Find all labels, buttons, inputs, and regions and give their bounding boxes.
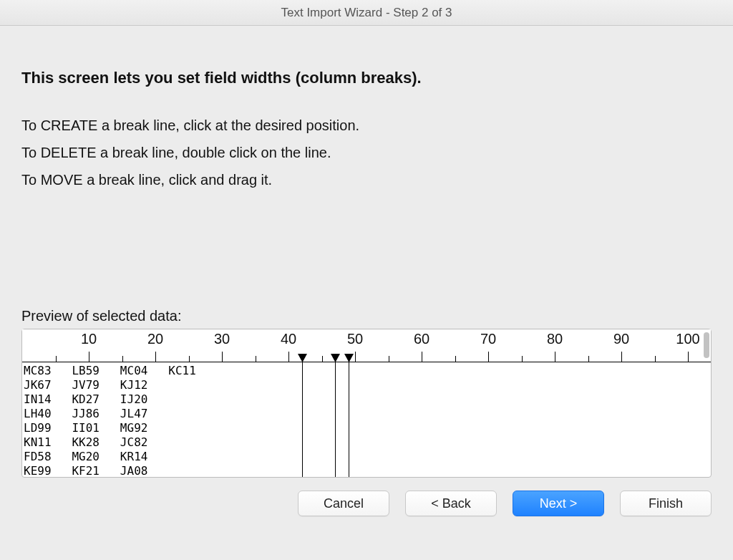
ruler-tick — [588, 356, 589, 362]
instruction-line: To MOVE a break line, click and drag it. — [21, 166, 712, 193]
finish-button[interactable]: Finish — [620, 491, 712, 516]
ruler-number: 40 — [281, 331, 296, 347]
instruction-line: To CREATE a break line, click at the des… — [21, 112, 712, 139]
ruler-tick — [322, 356, 323, 362]
wizard-body: This screen lets you set field widths (c… — [0, 26, 733, 478]
column-break-line[interactable] — [335, 362, 336, 477]
window-title: Text Import Wizard - Step 2 of 3 — [281, 6, 452, 20]
ruler-number: 100 — [676, 331, 699, 347]
ruler-tick — [189, 356, 190, 362]
ruler-tick — [56, 356, 57, 362]
instruction-line: To DELETE a break line, double click on … — [21, 139, 712, 166]
ruler-tick — [256, 356, 256, 362]
preview-data: MC83 LB59 MC04 KC11 JK67 JV79 KJ12 IN14 … — [22, 362, 702, 477]
ruler-number: 30 — [214, 331, 230, 347]
ruler-tick — [222, 352, 223, 362]
ruler-number: 50 — [347, 331, 363, 347]
ruler-tick — [422, 352, 422, 362]
column-break-line[interactable] — [349, 362, 349, 477]
ruler-number: 10 — [81, 331, 97, 347]
next-button[interactable]: Next > — [513, 491, 604, 516]
svg-marker-2 — [344, 354, 354, 362]
button-row: Cancel < Back Next > Finish — [0, 478, 733, 516]
preview-label: Preview of selected data: — [21, 308, 712, 324]
back-button[interactable]: < Back — [405, 491, 497, 516]
svg-marker-0 — [298, 354, 307, 362]
cancel-button[interactable]: Cancel — [298, 491, 389, 516]
ruler-tick — [155, 352, 156, 362]
ruler-tick — [455, 356, 456, 362]
column-ruler[interactable]: 102030405060708090100 — [22, 329, 711, 362]
ruler-tick — [655, 356, 656, 362]
ruler-tick — [488, 352, 489, 362]
column-break-handle[interactable] — [298, 354, 307, 362]
preview-panel[interactable]: 102030405060708090100 MC83 LB59 MC04 KC1… — [21, 329, 712, 478]
ruler-tick — [122, 356, 123, 362]
ruler-tick — [688, 352, 689, 362]
page-heading: This screen lets you set field widths (c… — [21, 69, 712, 87]
column-break-handle[interactable] — [331, 354, 340, 362]
ruler-tick — [288, 352, 289, 362]
ruler-number: 70 — [480, 331, 496, 347]
column-break-handle[interactable] — [344, 354, 354, 362]
ruler-number: 60 — [414, 331, 429, 347]
ruler-number: 90 — [613, 331, 629, 347]
ruler-tick — [89, 352, 89, 362]
vertical-scrollbar[interactable] — [704, 332, 709, 358]
ruler-tick — [355, 352, 356, 362]
ruler-number: 80 — [547, 331, 563, 347]
ruler-tick — [555, 352, 555, 362]
ruler-tick — [522, 356, 523, 362]
svg-marker-1 — [331, 354, 340, 362]
ruler-number: 20 — [147, 331, 163, 347]
ruler-tick — [621, 352, 622, 362]
column-break-line[interactable] — [302, 362, 303, 477]
window-titlebar: Text Import Wizard - Step 2 of 3 — [0, 0, 733, 26]
ruler-tick — [389, 356, 389, 362]
